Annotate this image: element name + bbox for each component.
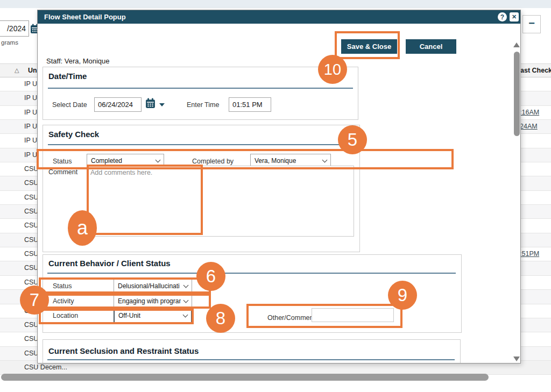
- callout-circle-8: 8: [206, 304, 235, 333]
- other-comments-input[interactable]: [312, 308, 394, 322]
- safety-status-label: Status: [53, 158, 72, 165]
- unit-cell: CSU: [24, 194, 38, 201]
- callout-circle-a: a: [68, 210, 97, 246]
- page-top-strip: [0, 0, 551, 8]
- last-check-link[interactable]: :16AM: [520, 109, 539, 116]
- unit-cell: CSU: [24, 264, 38, 272]
- section-title: Safety Check: [48, 130, 99, 139]
- staff-label: Staff: Vera, Monique: [46, 57, 110, 65]
- cancel-button[interactable]: Cancel: [406, 39, 456, 54]
- unit-cell: IP U: [24, 94, 37, 102]
- unit-cell: IP U: [24, 109, 37, 116]
- chevron-down-icon: [183, 297, 189, 303]
- popup-title-bar: Flow Sheet Detail Popup ? ✕: [38, 10, 521, 24]
- unit-cell: CSU: [24, 321, 38, 329]
- horizontal-scrollbar-thumb[interactable]: [1, 374, 489, 381]
- unit-cell: CSU: [24, 165, 38, 173]
- vertical-scrollbar-thumb[interactable]: [514, 52, 520, 136]
- unit-cell: CSU: [24, 222, 38, 229]
- date-filter-input[interactable]: /2024: [0, 20, 29, 37]
- section-underline: [48, 88, 353, 89]
- unit-cell: IP U: [24, 137, 37, 144]
- other-comments-label: Other/Comments: [267, 314, 319, 322]
- section-underline: [47, 359, 455, 360]
- callout-circle-10: 10: [318, 55, 347, 84]
- section-date-time: Date/Time Select Date Enter Ti: [43, 67, 358, 120]
- date-filter-value: /2024: [7, 24, 26, 33]
- section-underline: [47, 273, 456, 274]
- callout-circle-5: 5: [338, 125, 367, 154]
- unit-cell: CSU: [24, 350, 38, 357]
- unit-cell: CSU: [24, 208, 38, 215]
- comment-label: Comment: [48, 168, 77, 176]
- scroll-down-arrow-icon[interactable]: [513, 357, 520, 361]
- section-title: Current Seclusion and Restraint Status: [48, 346, 199, 355]
- activity-select[interactable]: Engaging with progran: [114, 294, 192, 308]
- chevron-down-icon: [322, 157, 328, 162]
- chevron-down-icon: [183, 312, 188, 317]
- callout-circle-7: 7: [20, 286, 49, 315]
- unit-cell: CSU: [24, 179, 38, 187]
- select-value: Off-Unit: [118, 312, 140, 319]
- select-value: Vera, Monique: [255, 157, 296, 165]
- date-input[interactable]: [94, 97, 142, 112]
- unit-cell: IP U: [24, 80, 37, 88]
- unit-cell: CSU: [24, 250, 38, 258]
- last-check-column-header[interactable]: ast Check: [520, 67, 551, 74]
- section-title: Current Behavior / Client Status: [48, 259, 171, 268]
- calendar-dropdown-caret-icon[interactable]: [159, 103, 165, 106]
- location-select[interactable]: Off-Unit: [114, 308, 192, 323]
- minimize-button[interactable]: −: [522, 15, 541, 33]
- last-check-link[interactable]: 24AM: [520, 123, 538, 130]
- save-close-button[interactable]: Save & Close: [341, 39, 397, 54]
- unit-cell: CSU: [24, 279, 38, 286]
- section-seclusion-restraint: Current Seclusion and Restraint Status: [43, 339, 461, 364]
- time-input[interactable]: [229, 97, 271, 112]
- flow-sheet-detail-popup: Flow Sheet Detail Popup ? ✕ Save & Close…: [37, 10, 521, 364]
- activity-label: Activity: [53, 297, 74, 305]
- select-value: Completed: [91, 157, 122, 165]
- close-icon[interactable]: ✕: [510, 12, 519, 22]
- callout-circle-6: 6: [196, 262, 225, 291]
- section-title: Date/Time: [48, 72, 87, 81]
- unit-cell: IP U: [24, 151, 37, 159]
- programs-label: grams: [1, 39, 18, 46]
- enter-time-label: Enter Time: [187, 101, 219, 109]
- unit-cell: IP U: [24, 123, 37, 130]
- calendar-picker-icon[interactable]: [145, 98, 156, 111]
- completed-by-label: Completed by: [192, 158, 234, 165]
- section-underline: [48, 144, 355, 145]
- comment-textarea[interactable]: [87, 166, 354, 237]
- screen: /2024 grams △ Un ast Check IP UIP UIP U:…: [0, 0, 551, 392]
- unit-cell: CSU: [24, 335, 38, 343]
- select-value: Engaging with progran: [118, 297, 181, 305]
- select-value: Delusional/Hallucinati: [118, 282, 180, 290]
- popup-title: Flow Sheet Detail Popup: [44, 10, 126, 24]
- select-date-label: Select Date: [52, 101, 87, 109]
- unit-cell: CSU: [24, 236, 38, 244]
- location-label: Location: [53, 312, 78, 319]
- chevron-down-icon: [156, 157, 161, 162]
- sort-icon[interactable]: △: [15, 67, 19, 74]
- unit-column-header[interactable]: Un: [28, 67, 37, 74]
- behavior-status-select[interactable]: Delusional/Hallucinati: [114, 279, 192, 293]
- behavior-status-label: Status: [53, 282, 72, 290]
- scroll-up-arrow-icon[interactable]: [513, 42, 520, 47]
- chevron-down-icon: [183, 282, 189, 288]
- help-icon[interactable]: ?: [498, 12, 507, 22]
- last-check-link[interactable]: :51PM: [520, 250, 539, 258]
- unit-cell: CSU Decem...: [24, 364, 67, 371]
- callout-circle-9: 9: [388, 281, 417, 310]
